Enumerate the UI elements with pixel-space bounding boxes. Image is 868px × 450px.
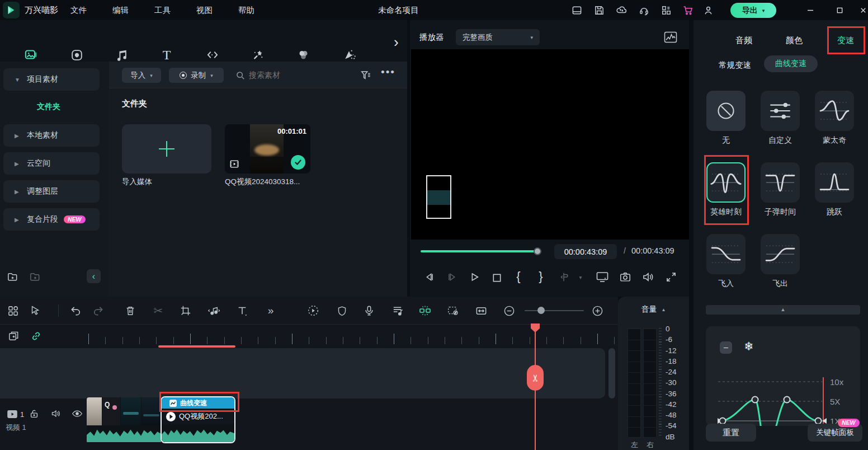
preset-flash-out[interactable] [761,234,800,274]
previous-frame-button[interactable] [422,270,437,284]
zoom-out-icon[interactable] [502,303,516,318]
preset-montage[interactable] [815,91,854,131]
duplicate-track-icon[interactable] [7,329,20,343]
reset-button[interactable]: 重置 [706,424,756,442]
mode-curve-speed[interactable]: 曲线变速 [764,55,818,72]
stop-button[interactable] [489,270,504,285]
track-manage-icon[interactable] [6,303,20,318]
playback-progress[interactable] [421,247,541,255]
mark-out-button[interactable]: } [535,269,546,284]
zoom-slider-track[interactable] [525,310,584,311]
preset-customize[interactable] [761,91,800,131]
scope-histogram-icon[interactable] [663,30,678,44]
chevron-down-icon[interactable]: ▾ [575,272,586,282]
close-button[interactable] [858,4,868,16]
maximize-button[interactable] [833,4,846,16]
record-dropdown-button[interactable]: 录制 ▾ [169,68,224,83]
redo-icon[interactable] [91,303,105,318]
more-options-icon[interactable]: ••• [381,66,395,78]
next-frame-button[interactable] [445,270,459,284]
fullscreen-button[interactable] [664,270,678,284]
hide-track-icon[interactable] [70,407,84,420]
volume-meter-header[interactable]: 音量 ▲ [618,304,689,315]
layout-panel-icon[interactable] [570,4,583,16]
apps-grid-icon[interactable] [660,4,672,16]
snapshot-camera-button[interactable] [618,270,633,284]
quality-dropdown[interactable]: 完整画质 ▾ [456,29,540,45]
menu-view[interactable]: 视图 [188,5,220,16]
sidebar-item-folder[interactable]: 文件夹 [37,102,60,112]
delete-icon[interactable] [123,303,138,318]
empty-track-lane[interactable] [0,348,605,399]
new-folder-icon[interactable] [6,270,19,283]
menu-help[interactable]: 帮助 [230,5,262,16]
quick-split-mode-icon[interactable] [418,303,432,318]
speed-curve-graph[interactable] [717,374,836,426]
sidebar-item-cloud[interactable]: ▶ 云空间 [3,152,100,175]
split-scissors-icon[interactable]: ✂ [151,303,166,318]
mode-normal-speed[interactable]: 常规变速 [719,60,751,71]
sidebar-item-compound-clip[interactable]: ▶ 复合片段 NEW [3,208,100,231]
select-cursor-icon[interactable] [28,303,43,318]
volume-button[interactable] [640,270,656,284]
progress-handle[interactable] [534,247,541,255]
search-input[interactable] [249,68,327,82]
delete-folder-icon[interactable] [28,270,41,283]
playhead-scissors-button[interactable]: ✂ [527,365,544,391]
clip-effect-header[interactable]: 曲线变速 [162,397,234,409]
speed-curve-editor[interactable]: – ❄ 10x 5X 1X [706,326,860,426]
preset-bullet-time[interactable] [761,162,800,203]
preset-jumper[interactable] [815,162,854,203]
video-media-card[interactable]: 00:01:01 [225,124,310,174]
text-tool-icon[interactable] [235,303,249,318]
audio-to-text-icon[interactable] [390,303,404,318]
menu-file[interactable]: 文件 [63,5,95,16]
preset-hero-moment[interactable] [706,162,746,203]
mark-in-button[interactable]: { [513,269,524,284]
tab-color-properties[interactable]: 颜色 [786,35,803,46]
more-tools-icon[interactable]: » [263,303,277,318]
tab-speed-properties[interactable]: 变速 [837,35,854,46]
support-headset-icon[interactable] [638,4,650,16]
nav-more-chevron-icon[interactable]: › [394,34,399,51]
crop-icon[interactable] [178,303,193,318]
freeze-checkbox[interactable]: – [720,341,732,354]
timeline-clip-left-part[interactable]: Q [87,397,161,443]
store-cart-icon[interactable] [682,4,694,16]
render-preview-icon[interactable] [306,303,320,318]
fit-timeline-icon[interactable] [474,303,488,318]
snap-marker-icon[interactable] [556,270,571,284]
account-avatar-icon[interactable] [702,4,714,16]
lock-track-icon[interactable] [28,407,40,420]
import-dropdown-button[interactable]: 导入 ▾ [122,68,161,83]
preview-range-icon[interactable] [446,303,460,318]
sidebar-item-project-material[interactable]: ▼ 项目素材 [3,68,100,91]
sidebar-item-adjustment-layer[interactable]: ▶ 调整图层 [3,180,100,203]
sidebar-item-local-media[interactable]: ▶ 本地素材 [3,124,100,147]
save-icon[interactable] [593,4,605,16]
menu-tools[interactable]: 工具 [147,5,178,16]
preset-flash-in[interactable] [706,234,746,274]
collapse-section-bar[interactable]: ▲ [706,305,860,315]
minimize-button[interactable] [804,4,817,16]
tab-audio-properties[interactable]: 音频 [735,35,752,46]
mirror-display-button[interactable] [595,270,610,284]
zoom-in-icon[interactable] [590,303,605,318]
vertical-scrollbar[interactable] [608,348,615,399]
collapse-sidebar-button[interactable]: ‹ [87,269,101,283]
shield-icon[interactable] [334,303,349,318]
selected-timeline-clip[interactable]: 曲线变速 QQ视频202... [161,396,235,443]
link-clips-icon[interactable] [29,329,43,343]
player-viewport[interactable] [411,49,689,240]
zoom-slider-handle[interactable] [537,307,545,314]
mute-track-icon[interactable] [49,407,63,420]
filter-icon[interactable] [360,69,372,81]
export-button[interactable]: 导出 ▾ [730,3,776,18]
preset-none[interactable] [706,91,746,131]
cloud-sync-icon[interactable] [615,4,628,16]
play-button[interactable] [467,270,482,284]
beat-detection-icon[interactable] [206,303,221,318]
menu-edit[interactable]: 编辑 [105,5,136,16]
undo-icon[interactable] [68,303,83,318]
import-media-card[interactable] [122,124,211,174]
